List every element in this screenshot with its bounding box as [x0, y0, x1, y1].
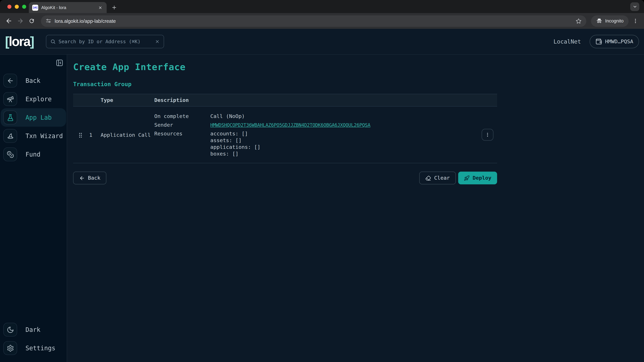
- zoom-window-button[interactable]: [22, 5, 26, 9]
- row-menu-button[interactable]: [482, 129, 494, 141]
- table-header-row: Type Description: [73, 94, 497, 107]
- forward-icon[interactable]: [16, 16, 25, 26]
- resources-applications: applications: []: [210, 144, 497, 150]
- action-bar: Back Clear Deploy: [73, 172, 497, 184]
- arrow-left-icon: [3, 74, 17, 87]
- sidebar-item-explore[interactable]: Explore: [1, 90, 66, 108]
- browser-menu-icon[interactable]: [630, 16, 640, 26]
- sidebar-item-settings[interactable]: Settings: [1, 339, 66, 357]
- wizard-hat-icon: [3, 129, 17, 143]
- coins-icon: [3, 147, 17, 161]
- table-row[interactable]: 1 Application Call On complete Call (NoO…: [73, 107, 497, 163]
- arrow-left-icon: [79, 175, 85, 181]
- page-title: Create App Interface: [73, 62, 644, 72]
- sidebar-item-back[interactable]: Back: [1, 71, 66, 90]
- eraser-icon: [426, 175, 431, 181]
- resources-assets: assets: []: [210, 137, 497, 144]
- moon-icon: [3, 323, 17, 337]
- new-tab-button[interactable]: [109, 3, 119, 12]
- deploy-button[interactable]: Deploy: [458, 172, 497, 184]
- back-button[interactable]: Back: [73, 172, 106, 184]
- back-icon[interactable]: [4, 16, 14, 26]
- clear-button[interactable]: Clear: [420, 172, 456, 184]
- tab-title: AlgoKit - lora: [41, 5, 94, 10]
- minimize-window-button[interactable]: [15, 5, 19, 9]
- incognito-icon: [596, 18, 602, 24]
- incognito-badge: Incognito: [591, 15, 628, 27]
- wallet-button[interactable]: HMWD…PQSA: [590, 35, 639, 48]
- app-header: [lora] LocalNet HMWD…PQSA: [0, 29, 644, 55]
- screen: [ak] AlgoKit - lora lora.algokit.io/a: [0, 0, 644, 362]
- main-content: Create App Interface Transaction Group T…: [67, 55, 644, 362]
- collapse-sidebar-icon[interactable]: [56, 59, 64, 67]
- rocket-icon: [464, 175, 470, 181]
- flask-icon: [3, 111, 17, 124]
- on-complete-value: Call (NoOp): [210, 113, 497, 120]
- bookmark-star-icon[interactable]: [576, 18, 582, 24]
- favicon: [ak]: [32, 4, 38, 10]
- wallet-icon: [595, 38, 602, 45]
- row-type: Application Call: [100, 132, 154, 138]
- sidebar-footer: Dark Settings: [1, 321, 66, 362]
- wallet-address: HMWD…PQSA: [605, 38, 633, 44]
- tab-close-icon[interactable]: [97, 4, 103, 10]
- close-window-button[interactable]: [8, 5, 12, 9]
- search-input[interactable]: [58, 39, 152, 44]
- address-bar[interactable]: lora.algokit.io/app-lab/create: [41, 15, 586, 27]
- incognito-label: Incognito: [605, 18, 624, 23]
- sidebar: Back Explore App Lab: [0, 55, 67, 362]
- row-index: 1: [89, 132, 100, 138]
- sidebar-item-fund[interactable]: Fund: [1, 145, 66, 164]
- site-settings-icon[interactable]: [46, 18, 51, 24]
- column-header-type: Type: [100, 97, 154, 103]
- row-description: On complete Call (NoOp) Sender HMWDSHQCO…: [154, 113, 497, 157]
- browser-tab[interactable]: [ak] AlgoKit - lora: [29, 2, 107, 13]
- resources-boxes: boxes: []: [210, 150, 497, 157]
- browser-toolbar: lora.algokit.io/app-lab/create Incognito: [0, 13, 644, 29]
- url-text[interactable]: lora.algokit.io/app-lab/create: [55, 18, 572, 24]
- sidebar-item-app-lab[interactable]: App Lab: [1, 108, 66, 127]
- sidebar-item-txn-wizard[interactable]: Txn Wizard: [1, 127, 66, 145]
- section-title: Transaction Group: [73, 81, 644, 87]
- window-controls: [8, 5, 26, 9]
- telescope-icon: [3, 92, 17, 106]
- on-complete-label: On complete: [154, 113, 210, 120]
- lora-app: [lora] LocalNet HMWD…PQSA: [0, 29, 644, 362]
- browser-tab-strip: [ak] AlgoKit - lora: [0, 0, 644, 13]
- transaction-group-table: Type Description 1 Application Call On c…: [73, 94, 497, 163]
- sidebar-item-theme-toggle[interactable]: Dark: [1, 321, 66, 339]
- column-header-description: Description: [154, 97, 210, 103]
- gear-icon: [3, 341, 17, 355]
- search-box[interactable]: [46, 35, 164, 48]
- lora-logo[interactable]: [lora]: [5, 34, 34, 49]
- resources-label: Resources: [154, 130, 210, 157]
- tab-search-button[interactable]: [630, 2, 639, 11]
- resources-accounts: accounts: []: [210, 130, 497, 137]
- sender-label: Sender: [154, 122, 210, 128]
- sender-address-link[interactable]: HMWDSHQCOPD2T36WBAHLAZ6PO5GDJJZBN4D2TODK…: [210, 122, 370, 128]
- search-clear-icon[interactable]: [155, 39, 160, 44]
- sidebar-nav: Back Explore App Lab: [1, 71, 66, 164]
- network-label[interactable]: LocalNet: [554, 38, 581, 45]
- reload-icon[interactable]: [27, 16, 36, 26]
- search-icon: [50, 39, 56, 44]
- drag-handle-icon[interactable]: [78, 132, 89, 138]
